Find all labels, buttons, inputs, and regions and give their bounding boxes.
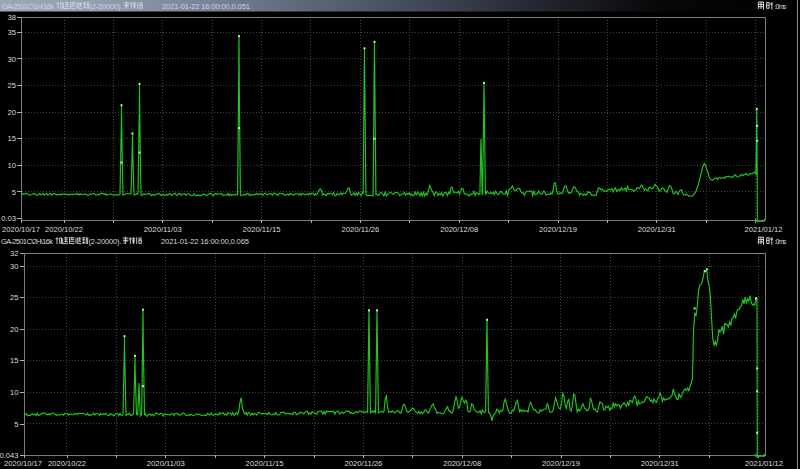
svg-text:25: 25 (10, 293, 18, 302)
svg-text:(2-20000).: (2-20000). (89, 237, 122, 246)
svg-text:25: 25 (8, 81, 16, 90)
svg-text:32: 32 (10, 249, 18, 258)
svg-text:2020/10/17: 2020/10/17 (2, 225, 40, 234)
svg-text:38: 38 (8, 13, 16, 22)
svg-text:2020/11/03: 2020/11/03 (147, 459, 185, 468)
svg-text:35: 35 (8, 28, 16, 37)
svg-text:2020/11/15: 2020/11/15 (246, 459, 284, 468)
svg-text:2020/11/03: 2020/11/03 (144, 225, 182, 234)
svg-text:2021-01-22 16:00:00,0.065: 2021-01-22 16:00:00,0.065 (161, 237, 249, 246)
svg-text:30: 30 (8, 55, 16, 64)
svg-text:2020/12/08: 2020/12/08 (440, 225, 478, 234)
svg-text:20: 20 (8, 108, 16, 117)
svg-text:2020/10/17: 2020/10/17 (4, 459, 42, 468)
svg-text:15: 15 (8, 134, 16, 143)
svg-text:GA-2501C\1H\16k: GA-2501C\1H\16k (2, 2, 54, 11)
svg-text:2020/10/22: 2020/10/22 (48, 459, 86, 468)
svg-text:2020/12/19: 2020/12/19 (539, 225, 577, 234)
svg-text:2021/01/12: 2021/01/12 (745, 225, 783, 234)
svg-text:2020/12/31: 2020/12/31 (641, 459, 679, 468)
svg-text::0ms: :0ms (775, 2, 787, 11)
svg-text:10: 10 (8, 161, 16, 170)
svg-text:15: 15 (10, 356, 18, 365)
svg-text::0ms: :0ms (775, 237, 787, 246)
svg-text:(2-20000).: (2-20000). (90, 2, 123, 11)
svg-text:0.03: 0.03 (1, 214, 16, 223)
svg-text:20: 20 (10, 325, 18, 334)
svg-text:2020/11/15: 2020/11/15 (243, 225, 281, 234)
svg-text:5: 5 (14, 420, 18, 429)
svg-text:30: 30 (10, 262, 18, 271)
svg-text:2020/12/31: 2020/12/31 (638, 225, 676, 234)
svg-text:2020/12/19: 2020/12/19 (542, 459, 580, 468)
svg-text:10: 10 (10, 388, 18, 397)
svg-text:GA-2501C\2H\16k: GA-2501C\2H\16k (1, 237, 53, 246)
svg-text:2021/01/12: 2021/01/12 (745, 459, 783, 468)
svg-text:2020/11/26: 2020/11/26 (344, 459, 382, 468)
svg-text:2020/11/26: 2020/11/26 (341, 225, 379, 234)
svg-text:2020/12/08: 2020/12/08 (443, 459, 481, 468)
svg-text:5: 5 (12, 188, 16, 197)
svg-text:2020/10/22: 2020/10/22 (45, 225, 83, 234)
svg-text:2021-01-22 16:00:00,0.051: 2021-01-22 16:00:00,0.051 (162, 2, 250, 11)
